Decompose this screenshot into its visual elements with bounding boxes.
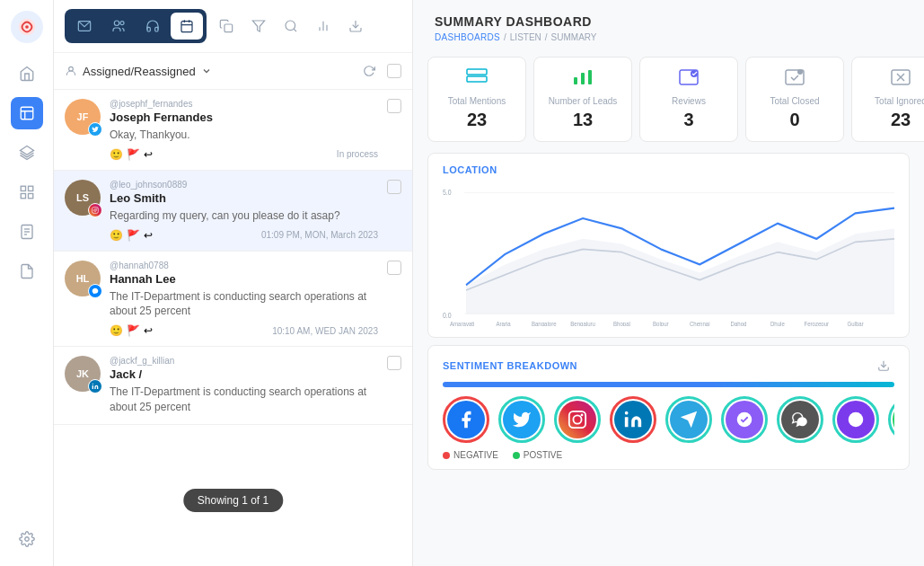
emoji-smile-hl[interactable]: 🙂	[110, 324, 123, 337]
breadcrumb-listen: LISTEN	[510, 32, 541, 42]
conv-handle-ls: @leo_johnson0889	[110, 180, 378, 190]
flag-icon[interactable]: 🚩	[127, 148, 140, 161]
conv-checkbox-ls[interactable]	[387, 180, 401, 194]
conversation-item-jf[interactable]: JF @josephf_fernandes Joseph Fernandes O…	[54, 90, 412, 171]
breadcrumb-dashboards[interactable]: DASHBOARDS	[435, 32, 500, 42]
copy-action[interactable]	[214, 13, 239, 39]
svg-marker-20	[252, 21, 264, 31]
location-chart-area: 5.0 0.0 Amaravati Araria Bangalore Benga…	[443, 182, 894, 326]
stat-label-ignored: Total Ignored	[875, 96, 924, 106]
sentiment-icon-purple-app[interactable]	[721, 396, 768, 443]
filter-action[interactable]	[246, 13, 271, 39]
sidebar-item-home[interactable]	[11, 57, 43, 90]
sentiment-icon-instagram[interactable]	[554, 396, 601, 443]
stat-label-leads: Number of Leads	[549, 96, 618, 106]
conversation-item-jk[interactable]: JK @jackf_g_killian Jack / The IT-Depart…	[54, 347, 412, 425]
sidebar-item-document[interactable]	[11, 255, 43, 287]
tab-headset[interactable]	[136, 13, 169, 40]
legend-negative-label: NEGATIVE	[453, 450, 498, 460]
conv-checkbox-jk[interactable]	[387, 356, 401, 370]
sentiment-download-icon[interactable]	[873, 355, 894, 376]
conversation-item-ls[interactable]: LS @leo_johnson0889 Leo Smith Regarding …	[54, 171, 412, 252]
sentiment-icon-telegram[interactable]	[665, 396, 712, 443]
conv-emojis-ls: 🙂 🚩 ↩	[110, 229, 153, 242]
reply-icon-ls[interactable]: ↩	[144, 229, 153, 242]
sentiment-icon-whatsapp[interactable]	[888, 396, 894, 443]
sentiment-bar	[443, 382, 894, 387]
platform-badge-twitter	[88, 122, 102, 137]
svg-point-31	[92, 384, 93, 385]
svg-text:M: M	[852, 416, 859, 425]
svg-rect-5	[21, 194, 25, 199]
sentiment-icon-wechat[interactable]	[777, 396, 823, 443]
chevron-down-icon[interactable]	[201, 66, 212, 76]
svg-text:Bengaluru: Bengaluru	[570, 320, 595, 326]
conv-name-hl: Hannah Lee	[110, 272, 378, 286]
tab-email[interactable]	[68, 13, 101, 40]
svg-point-62	[573, 415, 581, 423]
sidebar-item-report[interactable]	[11, 216, 43, 248]
location-chart-section: LOCATION 5.0 0.0 Amaravati Araria Bangal	[427, 153, 910, 338]
svg-rect-36	[588, 70, 592, 84]
sidebar-item-grid[interactable]	[11, 176, 43, 208]
conversation-item-hl[interactable]: HL @hannah0788 Hannah Lee The IT-Departm…	[54, 252, 412, 348]
toast-notification: Showing 1 of 1	[183, 489, 283, 512]
app-logo[interactable]	[11, 11, 43, 43]
svg-rect-61	[569, 411, 585, 428]
sidebar-item-inbox[interactable]	[11, 97, 43, 129]
breadcrumb-summary: SUMMARY	[551, 32, 597, 42]
conv-handle-hl: @hannah0788	[110, 261, 378, 270]
filter-label[interactable]: Assigned/Reassigned	[83, 65, 196, 78]
stat-card-leads[interactable]: Number of Leads 13	[533, 57, 632, 142]
refresh-icon[interactable]	[358, 60, 380, 82]
stat-icon-ignored	[890, 68, 911, 91]
sidebar-item-layers[interactable]	[11, 137, 43, 169]
reply-icon-hl[interactable]: ↩	[144, 324, 153, 337]
stat-icon-reviews	[678, 68, 700, 91]
conv-checkbox-jf[interactable]	[387, 99, 401, 113]
stat-card-closed[interactable]: Total Closed 0	[745, 57, 844, 142]
conv-content-hl: @hannah0788 Hannah Lee The IT-Department…	[110, 261, 378, 338]
conversation-list: JF @josephf_fernandes Joseph Fernandes O…	[54, 90, 412, 566]
dot-positive	[513, 452, 520, 459]
svg-rect-6	[28, 194, 32, 199]
stat-icon-closed	[784, 68, 805, 91]
svg-point-0	[25, 25, 29, 29]
legend-negative: NEGATIVE	[443, 450, 498, 460]
stat-card-ignored[interactable]: Total Ignored 23	[851, 57, 924, 142]
sentiment-icon-purple2[interactable]: M	[832, 396, 879, 443]
stat-card-reviews[interactable]: Reviews 3	[639, 57, 738, 142]
svg-rect-15	[181, 22, 192, 32]
stat-card-mentions[interactable]: Total Mentions 23	[427, 57, 526, 142]
emoji-smile[interactable]: 🙂	[110, 148, 123, 161]
conv-preview-jf: Okay, Thankyou.	[110, 128, 378, 143]
conv-name-jk: Jack /	[110, 367, 378, 381]
conv-checkbox-hl[interactable]	[387, 261, 401, 275]
sentiment-icons-row: M	[443, 396, 894, 443]
sentiment-icon-facebook[interactable]	[443, 396, 489, 443]
sentiment-icon-twitter[interactable]	[498, 396, 545, 443]
tab-contacts[interactable]	[102, 13, 135, 40]
flag-icon-ls[interactable]: 🚩	[127, 229, 140, 242]
sidebar-item-settings[interactable]	[11, 523, 43, 555]
flag-icon-hl[interactable]: 🚩	[127, 324, 140, 337]
filter-bar: Assigned/Reassigned	[54, 53, 412, 90]
select-all-checkbox[interactable]	[387, 64, 401, 78]
chart-action[interactable]	[311, 13, 336, 39]
sidebar-nav	[0, 0, 54, 566]
svg-point-63	[581, 414, 584, 417]
tab-calendar[interactable]	[171, 13, 203, 40]
stat-label-closed: Total Closed	[770, 96, 819, 106]
conv-time-hl: 10:10 AM, WED JAN 2023	[272, 326, 378, 336]
avatar-wrap-hl: HL	[65, 261, 101, 296]
reply-icon[interactable]: ↩	[144, 148, 153, 161]
search-action[interactable]	[278, 13, 304, 39]
stat-label-reviews: Reviews	[672, 96, 706, 106]
conv-preview-jk: The IT-Department is conducting search o…	[110, 385, 378, 415]
toolbar-tabs	[65, 9, 207, 43]
emoji-smile-ls[interactable]: 🙂	[110, 229, 123, 242]
download-action[interactable]	[343, 13, 368, 39]
svg-text:Bhopal: Bhopal	[613, 320, 630, 326]
conv-footer-jf: 🙂 🚩 ↩ In process	[110, 148, 378, 161]
sentiment-icon-linkedin[interactable]	[610, 396, 656, 443]
